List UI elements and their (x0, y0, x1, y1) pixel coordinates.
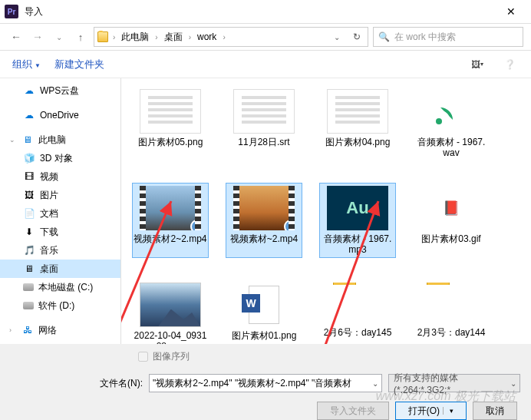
video-icon: 🎞 (23, 170, 35, 183)
view-button[interactable]: 🖼 ▾ (468, 59, 486, 70)
chevron-right-icon: › (187, 33, 193, 41)
page-thumb (233, 89, 295, 134)
drive-icon (23, 283, 34, 291)
crumb-work[interactable]: work (193, 31, 221, 42)
page-thumb (327, 89, 388, 134)
close-button[interactable]: ✕ (496, 5, 526, 18)
folder-icon (97, 31, 108, 42)
documents-icon: 📄 (23, 207, 35, 220)
breadcrumb[interactable]: › 此电脑 › 桌面 › work › ⌄ ↻ (94, 27, 368, 47)
sidebar-item-network[interactable]: ›🖧网络 (0, 321, 120, 339)
organize-button[interactable]: 组织▼ (12, 58, 41, 71)
new-folder-button[interactable]: 新建文件夹 (54, 58, 104, 71)
folder-thumb (330, 283, 385, 324)
chevron-right-icon: › (9, 326, 17, 334)
sidebar-item-downloads[interactable]: ⬇下载 (0, 223, 120, 241)
file-item[interactable]: 图片素材05.png (132, 86, 209, 161)
sidebar-item-thispc[interactable]: ⌄🖥此电脑 (0, 131, 120, 149)
cloud-icon: ☁ (23, 84, 35, 97)
sidebar-item-music[interactable]: 🎵音乐 (0, 241, 120, 260)
sidebar-item-desktop[interactable]: 🖥桌面 (0, 260, 120, 278)
dropdown-icon[interactable]: ⌄ (372, 379, 378, 388)
dropdown-icon[interactable]: ⌄ (510, 379, 516, 388)
page-thumb (140, 89, 201, 134)
split-button-arrow[interactable]: ▾ (443, 407, 453, 415)
sidebar-item-drive-d[interactable]: 软件 (D:) (0, 296, 120, 315)
search-input[interactable]: 🔍 在 work 中搜索 (373, 27, 523, 47)
search-placeholder: 在 work 中搜索 (394, 31, 456, 44)
video-thumb: C (140, 186, 201, 230)
filename-label: 文件名(N): (100, 377, 143, 390)
chevron-down-icon: ⌄ (9, 136, 17, 144)
footer: 图像序列 文件名(N): "视频素材2~2.mp4" "视频素材~2.mp4" … (0, 344, 531, 420)
back-button[interactable]: ← (8, 28, 25, 45)
sidebar-item-video[interactable]: 🎞视频 (0, 167, 120, 186)
open-button[interactable]: 打开(O)▾ (395, 402, 467, 420)
badge-c-icon: C (190, 220, 201, 230)
pc-icon: 🖥 (21, 134, 34, 146)
word-thumb (233, 283, 295, 327)
sidebar-item-documents[interactable]: 📄文档 (0, 204, 120, 223)
chevron-right-icon: › (221, 33, 226, 41)
filename-input[interactable]: "视频素材2~2.mp4" "视频素材~2.mp4" "音频素材⌄ (149, 374, 382, 392)
gif-thumb: 📕 (421, 186, 482, 230)
file-item[interactable]: 2022-10-04_093128.png (132, 279, 209, 344)
folder-thumb (424, 283, 479, 324)
forward-button[interactable]: → (29, 28, 46, 45)
file-item[interactable]: 音频素材 - 1967.wav (413, 86, 490, 161)
navigation-bar: ← → ⌄ ↑ › 此电脑 › 桌面 › work › ⌄ ↻ 🔍 在 work… (0, 23, 531, 51)
file-item[interactable]: 📕图片素材03.gif (413, 183, 490, 258)
badge-c-icon: C (284, 220, 295, 230)
sidebar-item-onedrive[interactable]: ☁OneDrive (0, 106, 120, 124)
window-title: 导入 (25, 5, 496, 18)
desktop-icon: 🖥 (23, 263, 35, 275)
file-item[interactable]: 11月28日.srt (226, 86, 302, 161)
app-icon: Pr (5, 5, 18, 18)
sidebar-item-3d[interactable]: 🧊3D 对象 (0, 149, 120, 167)
help-button[interactable]: ❔ (500, 59, 519, 70)
3d-icon: 🧊 (23, 152, 35, 164)
history-dropdown[interactable]: ⌄ (51, 28, 68, 45)
sidebar-item-drive-c[interactable]: 本地磁盘 (C:) (0, 278, 120, 296)
chevron-right-icon: › (111, 33, 117, 41)
file-type-filter[interactable]: 所有支持的媒体 (*.264;*.3G2;*⌄ (388, 374, 520, 392)
toolbar: 组织▼ 新建文件夹 🖼 ▾ ❔ (0, 51, 531, 78)
file-item-selected[interactable]: C视频素材2~2.mp4 (132, 183, 209, 258)
file-item[interactable]: 2月6号：day145 (319, 279, 396, 344)
titlebar: Pr 导入 ✕ (0, 0, 531, 23)
import-folder-button[interactable]: 导入文件夹 (317, 402, 389, 420)
file-item[interactable]: 2月3号：day144 (413, 279, 490, 344)
chevron-right-icon: › (153, 33, 159, 41)
video-thumb: C (233, 186, 295, 230)
photo-thumb (140, 283, 201, 327)
file-item-selected[interactable]: Au音频素材 - 1967.mp3 (319, 183, 396, 258)
up-button[interactable]: ↑ (72, 28, 89, 45)
audition-thumb: Au (327, 186, 388, 230)
music-icon: 🎵 (23, 244, 35, 256)
file-item[interactable]: 图片素材01.png (226, 279, 302, 344)
crumb-desktop[interactable]: 桌面 (160, 31, 187, 44)
file-item-selected[interactable]: C视频素材~2.mp4 (226, 183, 302, 258)
file-item[interactable]: 图片素材04.png (319, 86, 396, 161)
audio-thumb (421, 89, 482, 134)
breadcrumb-dropdown[interactable]: ⌄ (328, 33, 346, 41)
search-icon: 🔍 (378, 31, 390, 42)
sidebar: ☁WPS云盘 ☁OneDrive ⌄🖥此电脑 🧊3D 对象 🎞视频 🖼图片 📄文… (0, 78, 121, 344)
downloads-icon: ⬇ (23, 226, 35, 238)
crumb-pc[interactable]: 此电脑 (117, 31, 153, 44)
pictures-icon: 🖼 (23, 189, 35, 201)
cloud-icon: ☁ (23, 109, 35, 121)
image-sequence-checkbox[interactable]: 图像序列 (138, 350, 190, 363)
cancel-button[interactable]: 取消 (473, 402, 517, 420)
network-icon: 🖧 (21, 324, 34, 336)
sidebar-item-pictures[interactable]: 🖼图片 (0, 186, 120, 204)
drive-icon (23, 302, 34, 309)
sidebar-item-wps[interactable]: ☁WPS云盘 (0, 81, 120, 100)
refresh-button[interactable]: ↻ (346, 31, 368, 42)
file-list[interactable]: 图片素材05.png 11月28日.srt 图片素材04.png 音频素材 - … (121, 78, 531, 344)
